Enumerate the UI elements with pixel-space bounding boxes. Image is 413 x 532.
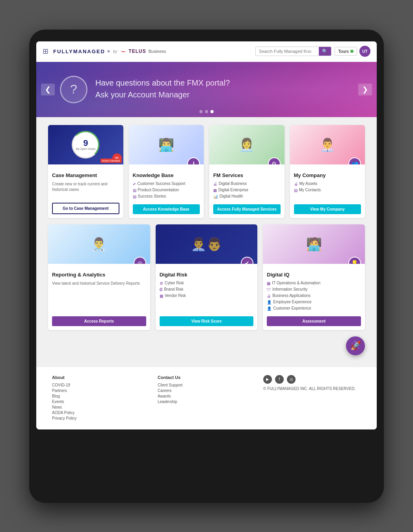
footer-link-events[interactable]: Events — [52, 399, 150, 404]
banner: ❮ ? Have questions about the FMX portal?… — [36, 62, 377, 117]
grid-icon[interactable]: ⊞ — [43, 47, 48, 56]
banner-dot-3[interactable] — [210, 110, 214, 113]
footer-about-heading: About — [52, 375, 150, 380]
knowledge-base-image: 👨‍💻 ℹ — [129, 125, 204, 164]
fm-services-title: FM Services — [213, 172, 281, 178]
fm-services-button[interactable]: Access Fully Managed Services — [213, 204, 281, 214]
footer-contact-heading: Contact Us — [158, 375, 255, 380]
list-item: ▦Digital Enterprise — [213, 188, 281, 192]
banner-prev-button[interactable]: ❮ — [41, 84, 55, 95]
footer-contact: Contact Us Client Support Careers Awards… — [158, 375, 255, 422]
list-item: 👤Employee Experience — [267, 300, 361, 304]
list-item: ✔Customer Success Support — [133, 181, 200, 186]
case-management-title: Case Management — [52, 172, 119, 178]
reporting-image: 👨‍⚕️ ◎ — [48, 224, 150, 264]
tours-label: Tours — [338, 49, 349, 54]
my-company-image: 👨‍💼 👥 — [290, 125, 365, 164]
digital-iq-button[interactable]: Assessment — [267, 316, 361, 326]
risk-person-icon: 👨‍💼👨 — [156, 224, 258, 264]
cards-row-2: 👨‍⚕️ ◎ Reporting & Analytics View latest… — [48, 224, 365, 330]
iq-person-icon: 🧑‍💻 — [263, 224, 365, 264]
footer-link-aoda[interactable]: AODA Policy — [52, 411, 150, 415]
vendor-icon: ▦ — [160, 294, 163, 298]
health-icon: 📊 — [213, 194, 218, 199]
logo-text: FULLYMANAGED — [53, 49, 105, 54]
check-icon: ✔ — [133, 182, 136, 186]
case-management-header: 9 My Open Cases 00 Action Needed — [48, 125, 123, 164]
reporting-button[interactable]: Access Reports — [52, 316, 146, 326]
footer-link-careers[interactable]: Careers — [158, 388, 255, 393]
risk-links: ⚙Cyber Risk GBrand Risk ▦Vendor Risk — [160, 281, 254, 300]
footer-link-privacy[interactable]: Privacy Policy — [52, 416, 150, 420]
footer-link-awards[interactable]: Awards — [158, 394, 255, 398]
footer-link-covid[interactable]: COVID-19 — [52, 383, 150, 387]
logo-registered: ® — [108, 50, 111, 53]
print-icon: 🖨 — [213, 182, 217, 186]
list-item: GBrand Risk — [160, 287, 254, 292]
facebook-icon[interactable]: f — [275, 375, 284, 384]
list-item: 📊Digital Health — [213, 194, 281, 199]
knowledge-base-button[interactable]: Access Knowledge Base — [133, 204, 200, 214]
reporting-desc: View latest and historical Service Deliv… — [52, 281, 146, 286]
case-management-button[interactable]: Go to Case Management — [52, 203, 119, 214]
list-item: 🖨Digital Business — [213, 181, 281, 186]
footer-link-news[interactable]: News — [52, 405, 150, 409]
case-management-desc: Create new or track current and historic… — [52, 181, 119, 192]
rocket-fab[interactable]: 🚀 — [346, 336, 365, 355]
digital-risk-image: 👨‍💼👨 ✔ — [156, 224, 258, 264]
case-management-body: Case Management Create new or track curr… — [48, 164, 123, 218]
digital-risk-card: 👨‍💼👨 ✔ Digital Risk ⚙Cyber Risk GBrand R… — [156, 224, 258, 330]
banner-next-button[interactable]: ❯ — [358, 84, 372, 95]
fm-services-image: 👩‍💼 ⚙ — [209, 125, 285, 164]
my-company-card: 👨‍💼 👥 My Company 🖨My Assets ▤My Contacts… — [290, 125, 365, 218]
fm-services-body: FM Services 🖨Digital Business ▦Digital E… — [209, 164, 285, 218]
footer-link-leadership[interactable]: Leadership — [158, 399, 255, 404]
assets-icon: 🖨 — [294, 182, 298, 186]
security-icon: 🛡 — [267, 287, 271, 292]
footer: About COVID-19 Partners Blog Events News… — [36, 367, 377, 429]
youtube-icon[interactable]: ▶ — [263, 375, 272, 384]
reporting-body: Reporting & Analytics View latest and hi… — [48, 264, 150, 330]
user-avatar[interactable]: UT — [359, 46, 370, 57]
footer-link-client-support[interactable]: Client Support — [158, 383, 255, 387]
instagram-icon[interactable]: ◎ — [287, 375, 296, 384]
biz-apps-icon: 🖨 — [267, 294, 271, 298]
knowledge-base-title: Knowledge Base — [133, 172, 200, 178]
logo-by: by — [113, 49, 117, 54]
tours-button[interactable]: Tours — [335, 47, 357, 56]
digital-risk-body: Digital Risk ⚙Cyber Risk GBrand Risk ▦Ve… — [156, 264, 258, 330]
footer-copyright: © FULLYMANAGED INC. ALL RIGHTS RESERVED. — [263, 386, 361, 392]
employee-icon: 👤 — [267, 300, 272, 304]
case-circle: 9 My Open Cases — [72, 131, 99, 159]
iq-links: ▦IT Operations & Automation 🛡Information… — [267, 281, 361, 312]
list-item: ▤Product Documentation — [133, 188, 200, 192]
footer-link-partners[interactable]: Partners — [52, 388, 150, 393]
knowledge-links: ✔Customer Success Support ▤Product Docum… — [133, 181, 200, 200]
footer-about: About COVID-19 Partners Blog Events News… — [52, 375, 150, 422]
reporting-card: 👨‍⚕️ ◎ Reporting & Analytics View latest… — [48, 224, 150, 330]
action-needed-label: Action Needed — [100, 159, 122, 163]
tours-active-dot — [350, 50, 353, 53]
search-input[interactable] — [256, 47, 319, 55]
customer-icon: 👤 — [267, 306, 272, 311]
search-button[interactable]: 🔍 — [319, 47, 331, 56]
knowledge-base-body: Knowledge Base ✔Customer Success Support… — [129, 164, 204, 218]
reporting-person-icon: 👨‍⚕️ — [48, 224, 150, 264]
logo: FULLYMANAGED ® by ∼ TELUS Business — [53, 48, 255, 55]
search-bar[interactable]: 🔍 — [255, 47, 331, 56]
my-company-button[interactable]: View My Company — [294, 204, 361, 214]
footer-link-blog[interactable]: Blog — [52, 394, 150, 398]
banner-dot-2[interactable] — [205, 110, 208, 113]
company-links: 🖨My Assets ▤My Contacts — [294, 181, 361, 194]
banner-dot-1[interactable] — [199, 110, 203, 113]
contacts-icon: ▤ — [294, 188, 298, 192]
footer-social-col: ▶ f ◎ © FULLYMANAGED INC. ALL RIGHTS RES… — [263, 375, 361, 422]
list-item: ⚙Cyber Risk — [160, 281, 254, 286]
cyber-icon: ⚙ — [160, 281, 163, 286]
list-item: 🖨My Assets — [294, 181, 361, 186]
case-management-card: 9 My Open Cases 00 Action Needed Case Ma… — [48, 125, 123, 218]
telus-slash-icon: ∼ — [120, 48, 125, 55]
list-item: ▤Success Stories — [133, 194, 200, 199]
digital-risk-button[interactable]: View Risk Score — [160, 316, 254, 326]
digital-iq-card: 🧑‍💻 💡 Digital IQ ▦IT Operations & Automa… — [263, 224, 365, 330]
